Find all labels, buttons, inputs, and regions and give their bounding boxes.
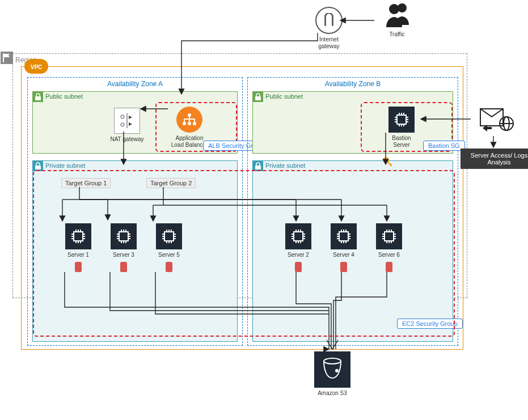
svg-rect-31 <box>119 232 128 241</box>
server-2-label: Server 2 <box>281 252 315 258</box>
svg-rect-58 <box>397 115 406 124</box>
igw-label: Internet gateway <box>309 36 349 50</box>
ec2-icon <box>65 223 91 249</box>
subnet-tab-icon <box>33 92 43 102</box>
external-access <box>472 105 523 135</box>
logs-analysis-box: Server Access/ Logs Analysis <box>461 149 528 169</box>
ec2-icon <box>331 223 357 249</box>
igw-icon <box>315 7 343 34</box>
s3-icon <box>314 351 350 388</box>
alb-icon <box>176 107 202 133</box>
ebs-volume-icon <box>75 262 82 272</box>
ec2-icon <box>111 223 137 249</box>
bastion-server: Bastion Server <box>381 107 422 149</box>
svg-rect-57 <box>255 96 261 100</box>
svg-rect-98 <box>385 232 394 241</box>
svg-point-9 <box>183 122 186 125</box>
svg-point-11 <box>193 122 196 125</box>
nat-gateway: NAT gateway <box>107 108 147 143</box>
server-3-label: Server 3 <box>107 252 141 258</box>
server-3: Server 3 <box>107 223 141 272</box>
private-subnet-a-label: Private subnet <box>45 162 85 169</box>
ec2-icon <box>376 223 402 249</box>
logs-analysis-label: Server Access/ Logs Analysis <box>471 152 527 166</box>
svg-rect-44 <box>164 232 174 241</box>
server-6-label: Server 6 <box>372 252 406 258</box>
availability-zone-a: Availability Zone A Public subnet NAT ga… <box>27 77 243 346</box>
server-4-label: Server 4 <box>327 252 361 258</box>
server-1: Server 1 <box>61 223 95 272</box>
subnet-tab-icon <box>253 92 263 102</box>
public-subnet-b-label: Public subnet <box>265 93 303 100</box>
svg-rect-85 <box>339 232 348 241</box>
az-b-label: Availability Zone B <box>248 78 458 90</box>
region-tab-icon <box>1 52 13 64</box>
private-subnet-a: Private subnet Target Group 1 Target Gro… <box>32 160 238 342</box>
svg-text:VPC: VPC <box>31 64 43 70</box>
svg-point-117 <box>335 369 339 372</box>
public-subnet-a-label: Public subnet <box>45 93 83 100</box>
server-5-label: Server 5 <box>152 252 186 258</box>
svg-rect-4 <box>35 96 41 100</box>
svg-point-5 <box>121 115 124 118</box>
subnet-tab-icon <box>33 161 43 171</box>
public-subnet-a: Public subnet NAT gateway Application Lo… <box>32 91 238 154</box>
target-group-2: Target Group 2 <box>146 178 196 188</box>
server-1-label: Server 1 <box>61 252 95 258</box>
ec2-icon <box>388 107 415 133</box>
server-6: Server 6 <box>372 223 406 272</box>
internet-gateway: Internet gateway <box>309 7 349 50</box>
public-subnet-b: Public subnet Bastion Server Bastion SG <box>252 91 453 154</box>
traffic: Traffic <box>377 2 417 38</box>
availability-zone-b: Availability Zone B Public subnet Bastio… <box>247 77 458 346</box>
ebs-volume-icon <box>386 262 392 272</box>
ec2-icon <box>156 223 182 249</box>
vpc-icon: VPC <box>24 59 48 74</box>
key-icon <box>382 156 394 171</box>
svg-point-6 <box>121 123 124 126</box>
server-2: Server 2 <box>281 223 315 272</box>
az-a-label: Availability Zone A <box>28 78 242 90</box>
traffic-icon <box>382 2 412 27</box>
svg-rect-17 <box>35 166 41 169</box>
mail-globe-icon <box>479 105 516 134</box>
vpc-container: VPC Availability Zone A Public subnet NA… <box>21 66 463 350</box>
svg-point-116 <box>324 358 341 364</box>
nat-label: NAT gateway <box>107 136 147 143</box>
svg-rect-18 <box>74 232 83 241</box>
nat-icon <box>114 108 140 134</box>
s3-label: Amazon S3 <box>310 390 355 397</box>
ebs-volume-icon <box>120 262 127 272</box>
bastion-label: Bastion Server <box>381 135 422 149</box>
ebs-volume-icon <box>340 262 347 272</box>
server-4: Server 4 <box>327 223 361 272</box>
server-5: Server 5 <box>152 223 186 272</box>
region-container: Region VPC Availability Zone A Public su… <box>12 53 467 298</box>
traffic-label: Traffic <box>377 31 417 38</box>
svg-point-1 <box>398 3 407 12</box>
svg-point-10 <box>188 122 191 125</box>
ec2-icon <box>285 223 311 249</box>
ec2-sg-tag: EC2 Security Group <box>397 319 463 329</box>
svg-rect-72 <box>294 232 303 241</box>
svg-rect-2 <box>3 53 4 62</box>
ebs-volume-icon <box>295 262 302 272</box>
private-subnet-b: Private subnet Server 2 Server 4 Server … <box>252 160 453 342</box>
amazon-s3: Amazon S3 <box>310 351 355 397</box>
bastion-sg-tag: Bastion SG <box>423 141 465 151</box>
svg-rect-71 <box>255 166 261 169</box>
ebs-volume-icon <box>166 262 172 272</box>
target-group-1: Target Group 1 <box>61 178 111 188</box>
svg-point-8 <box>188 113 191 117</box>
private-subnet-b-label: Private subnet <box>265 162 305 169</box>
subnet-tab-icon <box>253 161 263 171</box>
